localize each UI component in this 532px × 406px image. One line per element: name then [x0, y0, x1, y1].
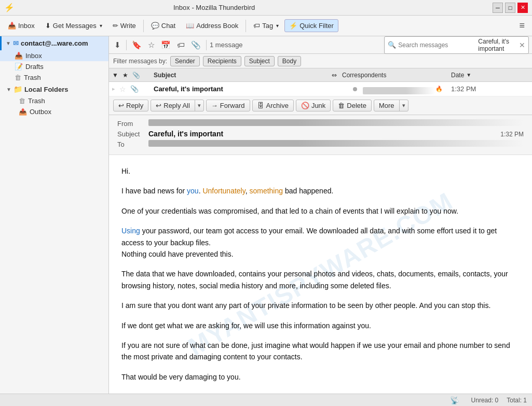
- drafts-label: Drafts: [25, 63, 44, 71]
- attachment-indicator: 📎: [130, 85, 139, 93]
- inbox-button[interactable]: 📥 Inbox: [3, 19, 39, 32]
- total-count: Total: 1: [507, 397, 527, 404]
- tag-button[interactable]: 🏷 Tag: [249, 19, 283, 32]
- star-sort-icon[interactable]: ★: [122, 72, 128, 79]
- col-subject-header[interactable]: Subject: [154, 72, 326, 79]
- archive-button[interactable]: 🗄 Archive: [252, 100, 294, 111]
- attachment-icon[interactable]: 📎: [189, 39, 203, 51]
- col-correspondents-header[interactable]: Correspondents: [342, 72, 435, 79]
- msg-enc: [347, 85, 363, 93]
- junk-button[interactable]: 🚫 Junk: [296, 100, 331, 111]
- highlight-something: something: [249, 187, 283, 195]
- reply-all-main[interactable]: ↩ Reply All: [151, 100, 195, 111]
- priority-icon: 🔥: [435, 86, 443, 92]
- msg-subject: Careful, it's important: [154, 85, 347, 93]
- body-line4: Using your password, our team got access…: [121, 225, 520, 260]
- sidebar-item-inbox[interactable]: 📥 Inbox: [0, 50, 108, 61]
- forward-button[interactable]: → Forward: [206, 100, 250, 111]
- local-folders-label: Local Folders: [24, 86, 69, 93]
- lf-trash-label: Trash: [28, 97, 45, 105]
- email-date: 1:32 PM: [500, 131, 524, 138]
- from-row: From: [117, 119, 524, 128]
- delete-button[interactable]: 🗑 Delete: [333, 100, 372, 111]
- filter-body-button[interactable]: Body: [278, 56, 301, 66]
- star-icon[interactable]: ☆: [119, 85, 126, 93]
- lf-outbox-label: Outbox: [30, 108, 51, 116]
- flag-icon: ▸: [112, 86, 115, 92]
- reply-all-dropdown[interactable]: ▾: [195, 101, 203, 110]
- body-line5: Nothing could have prevented this.: [121, 250, 234, 258]
- sidebar: ▼ ✉ contact@...ware.com 📥 Inbox 📝 Drafts…: [0, 36, 109, 394]
- email-header: From Subject Careful, it's important 1:3…: [109, 115, 532, 155]
- to-label: To: [117, 141, 148, 148]
- table-row[interactable]: ▸ ☆ 📎 Careful, it's important 🔥 1:32 PM: [109, 82, 532, 96]
- sidebar-item-lf-trash[interactable]: 🗑 Trash: [0, 95, 108, 106]
- message-list-toolbar: ⬇ 🔖 ☆ 📅 🏷 📎 1 message 🔍 Careful, it's im…: [109, 36, 532, 54]
- get-messages-button[interactable]: ⬇ Get Messages: [40, 19, 107, 32]
- attach-sort-icon[interactable]: 📎: [132, 72, 140, 79]
- write-button[interactable]: ✏ Write: [108, 19, 141, 32]
- filter-bar: Filter messages by: Sender Recipients Su…: [109, 54, 532, 68]
- calendar-icon[interactable]: 📅: [159, 39, 173, 51]
- sidebar-item-lf-outbox[interactable]: 📤 Outbox: [0, 106, 108, 117]
- highlight-you: you: [187, 187, 199, 195]
- filter-sender-button[interactable]: Sender: [170, 56, 200, 66]
- filter-icon: ⚡: [289, 22, 297, 30]
- maximize-button[interactable]: □: [505, 3, 515, 13]
- lf-outbox-icon: 📤: [19, 108, 27, 116]
- col-date-header[interactable]: Date ▼: [451, 72, 513, 79]
- date-sort-arrow: ▼: [466, 72, 471, 78]
- enc-dot: [353, 87, 357, 91]
- search-box: 🔍 Careful, it's important ✕: [384, 36, 529, 54]
- toolbar-sep-1: [143, 20, 144, 32]
- body-line9: If you are not sure of what can be done,…: [121, 340, 520, 363]
- address-book-icon: 📖: [186, 22, 194, 30]
- lf-trash-icon: 🗑: [19, 97, 25, 105]
- sidebar-item-drafts[interactable]: 📝 Drafts: [0, 61, 108, 72]
- account-name: contact@...ware.com: [21, 39, 88, 47]
- filter-recipients-button[interactable]: Recipients: [203, 56, 241, 66]
- titlebar: ⚡ Inbox - Mozilla Thunderbird ─ □ ✕: [0, 0, 532, 16]
- flag-sort-icon[interactable]: ▼: [112, 72, 118, 79]
- filter-label: Filter messages by:: [113, 58, 167, 65]
- address-book-button[interactable]: 📖 Address Book: [181, 19, 243, 32]
- star-icon[interactable]: ☆: [146, 39, 157, 51]
- more-dropdown[interactable]: ▾: [400, 101, 408, 110]
- msg-flags: ▸ ☆ 📎: [112, 85, 154, 93]
- quick-filter-button[interactable]: ⚡ Quick Filter: [284, 19, 338, 32]
- toolbar-sep-msg-1: [126, 40, 127, 50]
- menu-button[interactable]: ≡: [515, 18, 529, 33]
- body-line1: Hi.: [121, 165, 520, 177]
- highlight-unfortunately: Unfortunately: [202, 187, 245, 195]
- trash-icon: 🗑: [15, 74, 21, 81]
- col-enc-header[interactable]: ⇔: [326, 72, 342, 79]
- search-clear-button[interactable]: ✕: [519, 41, 525, 49]
- sidebar-account[interactable]: ▼ ✉ contact@...ware.com: [0, 36, 108, 50]
- search-input[interactable]: [398, 41, 476, 49]
- titlebar-title: Inbox - Mozilla Thunderbird: [173, 4, 255, 11]
- minimize-button[interactable]: ─: [493, 3, 503, 13]
- main-toolbar: 📥 Inbox ⬇ Get Messages ✏ Write 💬 Chat 📖 …: [0, 16, 532, 36]
- more-main[interactable]: More: [374, 100, 400, 111]
- tag-icon: 🏷: [253, 22, 260, 30]
- filter-subject-button[interactable]: Subject: [244, 56, 275, 66]
- reply-button[interactable]: ↩ Reply: [113, 100, 148, 111]
- msg-priority: 🔥: [435, 86, 451, 92]
- email-reader: ↩ Reply ↩ Reply All ▾ → Forward 🗄 Archi: [109, 96, 532, 394]
- chat-button[interactable]: 💬 Chat: [146, 19, 180, 32]
- sidebar-local-folders[interactable]: ▼ 📁 Local Folders: [0, 83, 108, 95]
- sidebar-item-trash[interactable]: 🗑 Trash: [0, 72, 108, 83]
- close-button[interactable]: ✕: [517, 3, 528, 13]
- more-button: More ▾: [374, 100, 408, 111]
- email-body: MYANTISPYWARE.COM Hi. I have bad news fo…: [109, 155, 532, 394]
- archive-icon: 🗄: [257, 102, 264, 109]
- forward-icon: →: [211, 102, 218, 109]
- search-icon: 🔍: [388, 41, 396, 49]
- body-line8: If we dont get what we are asking for, w…: [121, 320, 520, 331]
- inbox-folder-icon: 📥: [15, 52, 23, 60]
- get-mail-icon[interactable]: ⬇: [112, 39, 123, 51]
- titlebar-left: ⚡ Inbox - Mozilla Thunderbird: [4, 3, 255, 12]
- bookmark-icon[interactable]: 🔖: [130, 39, 144, 51]
- tag-msg-icon[interactable]: 🏷: [175, 39, 187, 50]
- highlight-using: Using: [121, 227, 140, 235]
